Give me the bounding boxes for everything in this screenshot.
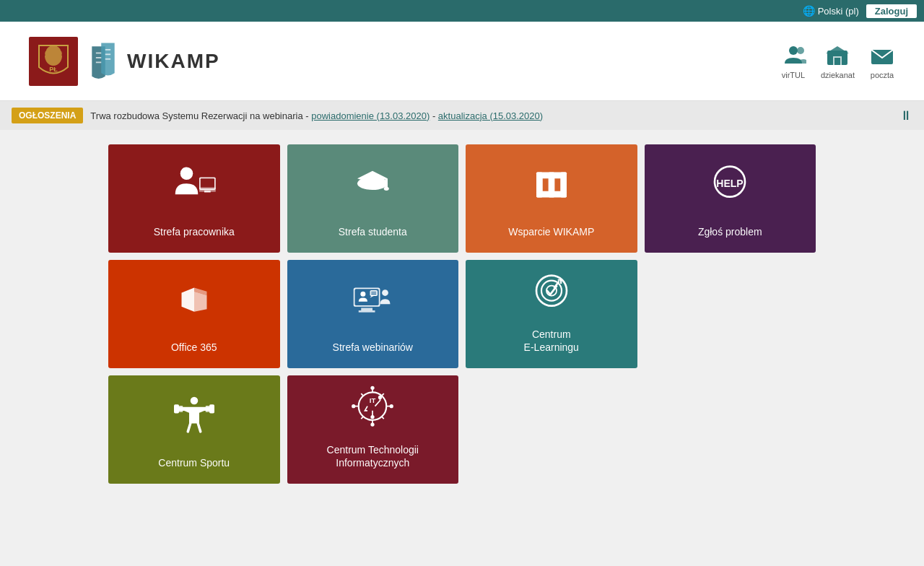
strefa-studenta-icon <box>287 144 459 225</box>
announcement-badge: OGŁOSZENIA <box>12 108 83 123</box>
wsparcie-wikamp-label: Wsparcie WIKAMP <box>501 225 601 238</box>
svg-point-63 <box>352 404 355 408</box>
language-label: Polski (pl) <box>818 6 859 17</box>
svg-point-44 <box>191 397 199 405</box>
strefa-pracownika-icon <box>108 144 280 225</box>
login-button[interactable]: Zaloguj <box>866 4 917 18</box>
top-bar: 🌐 Polski (pl) Zaloguj <box>0 0 924 22</box>
pause-button[interactable]: ⏸ <box>899 108 912 123</box>
logo-area: PŁ WIKAMP <box>29 37 220 86</box>
svg-rect-27 <box>536 172 567 178</box>
tile-centrum-elearningu[interactable]: CentrumE-Learningu <box>466 260 637 368</box>
svg-rect-48 <box>209 404 214 413</box>
tile-office365[interactable]: Office 365 <box>108 260 280 368</box>
zglos-problem-label: Zgłoś problem <box>691 225 770 238</box>
strefa-webinariow-label: Strefa webinariów <box>326 341 420 354</box>
virtul-link[interactable]: virTUL <box>780 43 806 79</box>
tiles-row-1: Strefa pracownika Strefa studenta <box>108 144 816 253</box>
announcement-bar: OGŁOSZENIA Trwa rozbudowa Systemu Rezerw… <box>0 101 924 130</box>
main-content: Strefa pracownika Strefa studenta <box>0 130 924 505</box>
poczta-link[interactable]: poczta <box>869 43 895 79</box>
announcement-link1[interactable]: powiadomienie (13.03.2020) <box>311 110 430 121</box>
tile-strefa-pracownika[interactable]: Strefa pracownika <box>108 144 280 253</box>
svg-rect-14 <box>834 58 840 65</box>
tile-strefa-studenta[interactable]: Strefa studenta <box>287 144 459 253</box>
tile-centrum-sportu[interactable]: Centrum Sportu <box>108 375 280 484</box>
svg-point-16 <box>180 167 193 180</box>
svg-rect-34 <box>359 310 375 313</box>
svg-marker-12 <box>826 46 849 53</box>
globe-icon: 🌐 <box>803 5 815 17</box>
dziekanat-label: dziekanat <box>821 71 855 79</box>
poczta-label: poczta <box>871 71 894 79</box>
strefa-studenta-label: Strefa studenta <box>331 225 414 238</box>
svg-point-9 <box>789 46 798 55</box>
header-icons: virTUL dziekanat poczta <box>780 43 895 79</box>
svg-line-60 <box>382 416 385 419</box>
svg-rect-46 <box>174 404 179 413</box>
svg-rect-28 <box>536 191 567 198</box>
svg-rect-33 <box>362 308 373 310</box>
svg-point-1 <box>45 45 62 66</box>
tile-zglos-problem[interactable]: HELP Zgłoś problem <box>645 144 816 253</box>
office365-icon <box>108 260 280 341</box>
centrum-it-icon: IT <box>287 375 459 443</box>
centrum-sportu-icon <box>108 375 280 456</box>
strefa-webinariow-icon <box>287 260 459 341</box>
svg-point-64 <box>390 404 393 408</box>
svg-point-39 <box>382 289 388 296</box>
centrum-elearningu-label: CentrumE-Learningu <box>517 328 586 354</box>
tile-centrum-it[interactable]: IT <box>287 375 459 484</box>
pl-logo[interactable]: PŁ <box>29 37 78 86</box>
wikamp-title: WIKAMP <box>127 50 220 73</box>
tile-strefa-webinariow[interactable]: Strefa webinariów <box>287 260 459 368</box>
wsparcie-wikamp-icon <box>466 144 637 225</box>
announcement-text: Trwa rozbudowa Systemu Rezerwacji na web… <box>90 110 892 121</box>
svg-point-10 <box>797 47 804 54</box>
svg-line-59 <box>362 416 365 419</box>
tiles-row-2: Office 365 <box>108 260 637 368</box>
svg-point-35 <box>361 292 366 297</box>
svg-line-58 <box>382 393 385 396</box>
header: PŁ WIKAMP <box>0 22 924 101</box>
centrum-elearningu-icon <box>466 260 637 328</box>
svg-text:HELP: HELP <box>717 178 744 189</box>
dziekanat-link[interactable]: dziekanat <box>821 43 855 79</box>
svg-point-65 <box>378 396 382 399</box>
svg-point-23 <box>384 187 389 191</box>
centrum-sportu-label: Centrum Sportu <box>151 456 237 469</box>
svg-text:PŁ: PŁ <box>49 66 58 73</box>
svg-point-62 <box>371 422 375 426</box>
virtul-label: virTUL <box>782 71 805 79</box>
svg-rect-18 <box>201 178 214 188</box>
tile-wsparcie-wikamp[interactable]: Wsparcie WIKAMP <box>466 144 637 253</box>
tiles-row-3: Centrum Sportu IT <box>108 375 458 484</box>
svg-rect-36 <box>370 290 378 296</box>
office365-label: Office 365 <box>164 341 225 354</box>
svg-rect-50 <box>191 411 199 424</box>
svg-text:IT: IT <box>370 396 376 404</box>
wikamp-logo[interactable]: WIKAMP <box>85 40 220 83</box>
svg-point-41 <box>541 280 562 300</box>
strefa-pracownika-label: Strefa pracownika <box>147 225 242 238</box>
zglos-problem-icon: HELP <box>645 144 816 225</box>
svg-point-61 <box>371 386 375 389</box>
announcement-link2[interactable]: aktualizacja (15.03.2020) <box>438 110 543 121</box>
svg-line-57 <box>362 393 365 396</box>
language-selector[interactable]: 🌐 Polski (pl) <box>803 5 859 17</box>
centrum-it-label: Centrum TechnologiiInformatycznych <box>320 443 426 469</box>
svg-point-66 <box>371 415 375 419</box>
